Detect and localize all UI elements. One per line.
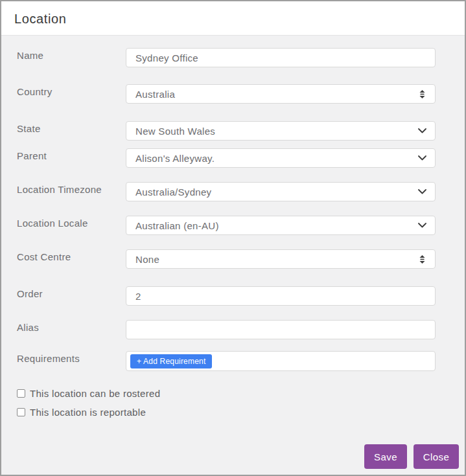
- order-input[interactable]: [126, 286, 436, 306]
- parent-select-value: Alison's Alleyway.: [135, 153, 417, 164]
- rostered-checkbox[interactable]: [17, 389, 25, 398]
- location-dialog: Location Name Country Australia State Ne…: [0, 0, 466, 476]
- reportable-checkbox-row: This location is reportable: [17, 407, 146, 418]
- parent-label: Parent: [17, 150, 47, 161]
- cost-centre-select[interactable]: None: [126, 249, 436, 269]
- form-row-country: Country Australia: [1, 84, 465, 106]
- timezone-select[interactable]: Australia/Sydney: [126, 182, 436, 201]
- chevron-down-icon: [417, 220, 427, 231]
- order-label: Order: [17, 288, 43, 299]
- chevron-down-icon: [417, 153, 427, 163]
- state-select[interactable]: New South Wales: [126, 121, 436, 141]
- form-row-timezone: Location Timezone Australia/Sydney: [1, 182, 465, 204]
- form-row-name: Name: [1, 48, 465, 70]
- requirements-label: Requirements: [17, 353, 80, 364]
- reportable-checkbox-label: This location is reportable: [30, 407, 146, 418]
- form-row-state: State New South Wales: [1, 121, 465, 143]
- country-label: Country: [17, 86, 52, 97]
- updown-arrows-icon: [417, 254, 427, 264]
- cost-centre-label: Cost Centre: [17, 251, 71, 262]
- form-row-cost-centre: Cost Centre None: [1, 249, 465, 271]
- requirements-container: + Add Requirement: [126, 351, 436, 371]
- parent-select[interactable]: Alison's Alleyway.: [126, 148, 436, 168]
- country-select-value: Australia: [135, 89, 417, 100]
- chevron-down-icon: [417, 126, 427, 136]
- state-label: State: [17, 123, 41, 134]
- locale-select-value: Australian (en-AU): [135, 220, 417, 231]
- updown-arrows-icon: [417, 89, 427, 99]
- cost-centre-select-value: None: [135, 254, 417, 265]
- locale-label: Location Locale: [17, 218, 88, 229]
- close-button[interactable]: Close: [414, 444, 459, 469]
- form-row-order: Order: [1, 286, 465, 308]
- name-label: Name: [17, 50, 43, 61]
- rostered-checkbox-row: This location can be rostered: [17, 388, 160, 399]
- form-row-requirements: Requirements + Add Requirement: [1, 351, 465, 373]
- alias-label: Alias: [17, 322, 39, 333]
- form-row-parent: Parent Alison's Alleyway.: [1, 148, 465, 170]
- timezone-label: Location Timezone: [17, 184, 102, 195]
- country-select[interactable]: Australia: [126, 84, 436, 104]
- form-row-alias: Alias: [1, 320, 465, 342]
- add-requirement-button[interactable]: + Add Requirement: [130, 354, 212, 368]
- save-button[interactable]: Save: [364, 444, 407, 469]
- form-row-locale: Location Locale Australian (en-AU): [1, 216, 465, 238]
- chevron-down-icon: [417, 187, 427, 197]
- reportable-checkbox[interactable]: [17, 408, 25, 416]
- locale-select[interactable]: Australian (en-AU): [126, 216, 436, 235]
- alias-input[interactable]: [126, 320, 436, 339]
- dialog-title: Location: [14, 12, 66, 27]
- dialog-header: Location: [1, 1, 465, 36]
- rostered-checkbox-label: This location can be rostered: [30, 388, 160, 399]
- state-select-value: New South Wales: [135, 126, 417, 137]
- name-input[interactable]: [126, 48, 436, 67]
- timezone-select-value: Australia/Sydney: [135, 187, 417, 198]
